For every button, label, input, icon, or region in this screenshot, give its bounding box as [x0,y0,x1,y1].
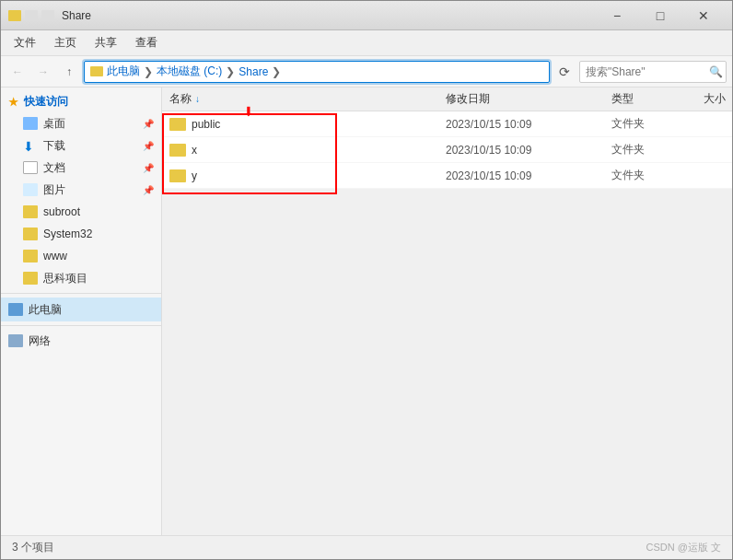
public-folder-icon [169,118,186,131]
maximize-button[interactable]: □ [639,3,681,29]
path-part-pc: 此电脑 [107,64,140,79]
title-bar: Share − □ ✕ [1,1,732,30]
file-name-y: y [169,169,446,182]
title-bar-icons [8,10,54,21]
path-part-share: Share [239,65,268,78]
sidebar-item-documents[interactable]: 文档 📌 [1,157,161,179]
cisco-folder-icon [23,272,38,285]
col-size-header[interactable]: 大小 [704,91,732,107]
sidebar-item-subroot[interactable]: subroot [1,201,161,223]
desktop-folder-icon [23,117,38,130]
watermark: CSDN @运版 文 [646,541,721,554]
sidebar-item-this-pc[interactable]: 此电脑 [1,298,161,321]
this-pc-icon [8,303,23,316]
subroot-folder-icon [23,205,38,218]
downloads-icon: ⬇ [23,139,38,152]
status-bar: 3 个项目 CSDN @运版 文 [1,535,732,559]
back-button[interactable]: ← [6,61,29,83]
file-name-public: public [169,118,446,131]
quick-access-title[interactable]: ★ 快速访问 [1,91,161,112]
minimize-button[interactable]: − [596,3,638,29]
explorer-window: Share − □ ✕ 文件 主页 共享 查看 ← → ↑ 此电脑 ❯ 本地磁盘… [0,0,733,560]
menu-home[interactable]: 主页 [45,31,86,54]
address-path[interactable]: 此电脑 ❯ 本地磁盘 (C:) ❯ Share ❯ [84,61,550,83]
search-wrapper: 🔍 [579,61,727,83]
forward-button[interactable]: → [32,61,54,83]
item-count: 3 个项目 [12,540,54,555]
col-date-header[interactable]: 修改日期 [446,91,611,107]
col-name-header[interactable]: 名称 ↓ [169,91,446,107]
sort-arrow: ↓ [195,94,200,104]
sidebar-item-network[interactable]: 网络 [1,330,161,352]
sidebar-item-www[interactable]: www [1,245,161,267]
sidebar-divider-1 [1,293,161,294]
menu-view[interactable]: 查看 [126,31,167,54]
sidebar-item-pictures[interactable]: 图片 📌 [1,179,161,201]
system32-folder-icon [23,228,38,240]
file-list-header: 名称 ↓ 修改日期 类型 大小 [162,88,732,111]
star-icon: ★ [8,96,18,109]
file-row-x[interactable]: x 2023/10/15 10:09 文件夹 [162,137,732,163]
main-content: ★ 快速访问 桌面 📌 ⬇ 下载 📌 文档 📌 [1,88,732,535]
address-bar: ← → ↑ 此电脑 ❯ 本地磁盘 (C:) ❯ Share ❯ ⟳ 🔍 [1,56,732,88]
search-icon: 🔍 [709,65,723,78]
file-list-container: ⬇ 名称 ↓ 修改日期 类型 大小 public [162,88,732,535]
up-button[interactable]: ↑ [58,61,80,83]
undo-title-icon [41,10,54,21]
y-folder-icon [169,169,186,182]
network-icon [8,334,23,347]
path-folder-icon [90,66,103,76]
pin-icon-3: 📌 [143,163,154,173]
pictures-icon [23,183,38,196]
www-folder-icon [23,250,38,262]
menu-share[interactable]: 共享 [86,31,126,54]
file-row-public[interactable]: public 2023/10/15 10:09 文件夹 [162,111,732,137]
file-row-y[interactable]: y 2023/10/15 10:09 文件夹 [162,163,732,189]
col-type-header[interactable]: 类型 [611,91,704,107]
window-controls: − □ ✕ [596,3,725,29]
save-title-icon [25,10,38,21]
menu-bar: 文件 主页 共享 查看 [1,30,732,56]
sidebar-divider-2 [1,325,161,326]
path-part-drive: 本地磁盘 (C:) [157,64,222,79]
file-list: 名称 ↓ 修改日期 类型 大小 public 2023/10/15 10:09 … [162,88,732,189]
sidebar: ★ 快速访问 桌面 📌 ⬇ 下载 📌 文档 📌 [1,88,162,535]
sidebar-item-system32[interactable]: System32 [1,223,161,245]
menu-file[interactable]: 文件 [5,31,45,54]
search-input[interactable] [579,61,727,83]
refresh-button[interactable]: ⟳ [553,61,576,83]
close-button[interactable]: ✕ [682,3,725,29]
sidebar-item-cisco[interactable]: 思科项目 [1,267,161,289]
pin-icon-2: 📌 [143,141,154,151]
pin-icon: 📌 [143,119,154,129]
sidebar-item-desktop[interactable]: 桌面 📌 [1,112,161,134]
pin-icon-4: 📌 [143,185,154,195]
folder-title-icon [8,10,21,21]
sidebar-item-downloads[interactable]: ⬇ 下载 📌 [1,134,161,157]
documents-icon [23,161,38,174]
window-title: Share [62,9,596,22]
x-folder-icon [169,144,186,157]
file-name-x: x [169,144,446,157]
quick-access-section: ★ 快速访问 桌面 📌 ⬇ 下载 📌 文档 📌 [1,91,161,289]
